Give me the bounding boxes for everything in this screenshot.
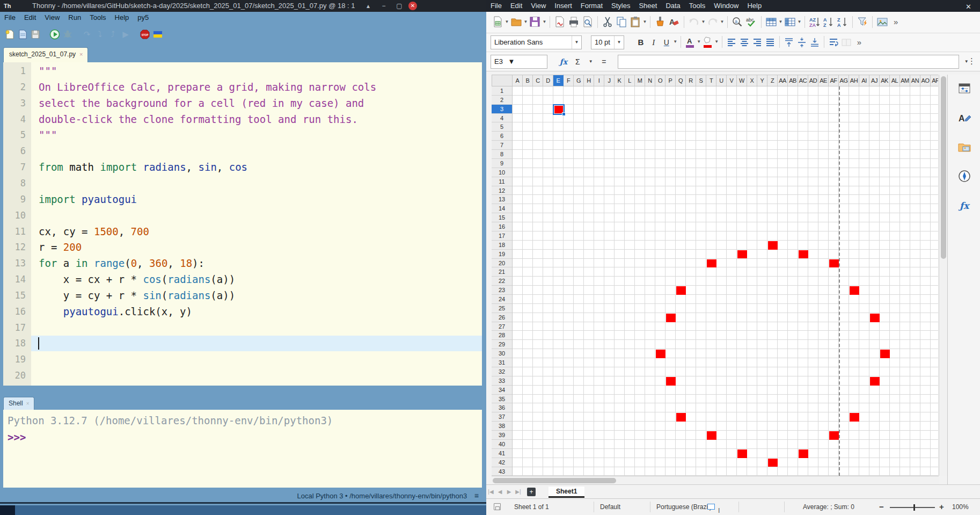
red-cell-AJ33[interactable] bbox=[870, 377, 880, 386]
row-header-32[interactable]: 32 bbox=[492, 367, 513, 376]
shade-window-icon[interactable]: ▴ bbox=[362, 0, 374, 12]
calc-menu-format[interactable]: Format bbox=[576, 0, 607, 11]
column-header-AD[interactable]: AD bbox=[808, 75, 818, 86]
spelling-icon[interactable]: abc bbox=[745, 16, 758, 28]
redo-dropdown-icon[interactable]: ▼ bbox=[720, 16, 725, 28]
sheet-position-status[interactable]: Sheet 1 of 1 bbox=[514, 499, 549, 515]
red-cell-AC41[interactable] bbox=[799, 449, 808, 458]
underline-dropdown-icon[interactable]: ▼ bbox=[673, 35, 678, 48]
row-header-38[interactable]: 38 bbox=[492, 422, 513, 431]
column-header-AC[interactable]: AC bbox=[798, 75, 808, 86]
calc-menu-tools[interactable]: Tools bbox=[685, 0, 710, 11]
calc-close-window-icon[interactable]: ✕ bbox=[961, 1, 976, 12]
save-file-icon[interactable] bbox=[30, 29, 41, 40]
row-header-17[interactable]: 17 bbox=[492, 231, 513, 241]
column-header-K[interactable]: K bbox=[615, 75, 625, 86]
column-header-G[interactable]: G bbox=[574, 75, 584, 86]
new-document-dropdown-icon[interactable]: ▼ bbox=[504, 16, 509, 28]
minimize-window-icon[interactable]: − bbox=[378, 0, 390, 12]
calc-menu-styles[interactable]: Styles bbox=[607, 0, 634, 11]
row-header-3[interactable]: 3 bbox=[492, 105, 513, 114]
last-sheet-icon[interactable]: ▶| bbox=[514, 487, 523, 497]
row-header-26[interactable]: 26 bbox=[492, 313, 513, 322]
selection-handle[interactable] bbox=[562, 112, 566, 116]
column-header-M[interactable]: M bbox=[635, 75, 645, 86]
clear-formatting-icon[interactable]: A bbox=[668, 16, 681, 28]
red-cell-Z18[interactable] bbox=[768, 241, 778, 250]
column-header-Z[interactable]: Z bbox=[767, 75, 778, 86]
tab-close-icon[interactable]: × bbox=[79, 51, 83, 57]
row-header-16[interactable]: 16 bbox=[492, 222, 513, 231]
column-header-J[interactable]: J bbox=[604, 75, 615, 86]
underline-icon[interactable]: U bbox=[661, 35, 672, 49]
stop-restart-icon[interactable]: STOP bbox=[140, 29, 150, 40]
row-header-37[interactable]: 37 bbox=[492, 412, 513, 422]
code-editor[interactable]: 1234567891011121314151617181920 """On Li… bbox=[3, 62, 482, 386]
font-name-combobox[interactable]: Liberation Sans ▼ bbox=[491, 35, 582, 49]
red-cell-Q37[interactable] bbox=[676, 413, 686, 422]
column-dropdown-icon[interactable]: ▼ bbox=[797, 16, 802, 28]
center-vertically-icon[interactable] bbox=[796, 35, 808, 49]
print-icon[interactable] bbox=[567, 16, 580, 28]
zoom-in-icon[interactable]: + bbox=[939, 499, 944, 515]
red-cell-Q23[interactable] bbox=[676, 286, 686, 295]
row-header-25[interactable]: 25 bbox=[492, 304, 513, 313]
calc-menu-file[interactable]: File bbox=[486, 0, 506, 11]
column-header-I[interactable]: I bbox=[594, 75, 604, 86]
next-sheet-icon[interactable]: ▶ bbox=[504, 487, 514, 497]
selection-summary-status[interactable]: Average: ; Sum: 0 bbox=[803, 499, 854, 515]
horizontal-scrollbar[interactable] bbox=[492, 476, 939, 484]
column-header-AN[interactable]: AN bbox=[910, 75, 920, 86]
row-header-12[interactable]: 12 bbox=[492, 186, 513, 195]
insert-image-icon[interactable] bbox=[876, 16, 889, 28]
open-dropdown-icon[interactable]: ▼ bbox=[523, 16, 528, 28]
row-header-35[interactable]: 35 bbox=[492, 395, 513, 404]
red-cell-O30[interactable] bbox=[656, 350, 665, 358]
row-header-43[interactable]: 43 bbox=[492, 467, 513, 476]
paste-dropdown-icon[interactable]: ▼ bbox=[642, 16, 647, 28]
row-header-7[interactable]: 7 bbox=[492, 141, 513, 150]
row-header-31[interactable]: 31 bbox=[492, 358, 513, 367]
zoom-out-icon[interactable]: − bbox=[879, 499, 884, 515]
export-pdf-icon[interactable] bbox=[553, 16, 566, 28]
column-icon[interactable] bbox=[784, 16, 796, 28]
interpreter-status[interactable]: Local Python 3 • /home/villares/thonny-e… bbox=[297, 492, 467, 500]
row-icon[interactable] bbox=[765, 16, 778, 28]
function-wizard-icon[interactable]: ƒx bbox=[558, 55, 569, 69]
overflow-icon[interactable]: » bbox=[890, 16, 903, 28]
align-left-icon[interactable] bbox=[726, 35, 737, 49]
font-size-dropdown-icon[interactable]: ▼ bbox=[614, 36, 624, 49]
row-header-14[interactable]: 14 bbox=[492, 204, 513, 213]
red-cell-AF39[interactable] bbox=[829, 431, 839, 440]
find-replace-icon[interactable]: a bbox=[731, 16, 744, 28]
highlighting-color-icon[interactable] bbox=[702, 35, 714, 49]
row-header-13[interactable]: 13 bbox=[492, 195, 513, 204]
vertical-scrollbar[interactable] bbox=[939, 75, 947, 476]
clone-formatting-icon[interactable] bbox=[654, 16, 667, 28]
column-header-AA[interactable]: AA bbox=[778, 75, 788, 86]
row-header-8[interactable]: 8 bbox=[492, 150, 513, 159]
column-header-E[interactable]: E bbox=[553, 75, 564, 86]
column-header-B[interactable]: B bbox=[523, 75, 533, 86]
formula-input[interactable] bbox=[618, 55, 959, 69]
align-right-icon[interactable] bbox=[751, 35, 763, 49]
column-header-N[interactable]: N bbox=[645, 75, 655, 86]
language-status[interactable]: Portuguese (Brazil) bbox=[656, 499, 712, 515]
red-cell-Z42[interactable] bbox=[768, 459, 778, 467]
zoom-slider-knob[interactable] bbox=[913, 504, 915, 511]
paste-icon[interactable] bbox=[629, 16, 642, 28]
calc-menu-data[interactable]: Data bbox=[661, 0, 684, 11]
page-style-status[interactable]: Default bbox=[600, 499, 620, 515]
column-header-O[interactable]: O bbox=[655, 75, 665, 86]
row-header-18[interactable]: 18 bbox=[492, 241, 513, 250]
column-header-AB[interactable]: AB bbox=[788, 75, 798, 86]
sidebar-navigator-icon[interactable] bbox=[956, 168, 972, 184]
row-header-30[interactable]: 30 bbox=[492, 349, 513, 358]
row-header-10[interactable]: 10 bbox=[492, 168, 513, 177]
zoom-level-status[interactable]: 100% bbox=[952, 499, 969, 515]
merge-cells-icon[interactable] bbox=[840, 35, 852, 49]
redo-icon[interactable] bbox=[706, 16, 719, 28]
row-header-11[interactable]: 11 bbox=[492, 177, 513, 186]
column-header-AG[interactable]: AG bbox=[839, 75, 849, 86]
thonny-titlebar[interactable]: Th Thonny - /home/villares/GitHub/sketch… bbox=[0, 0, 486, 12]
